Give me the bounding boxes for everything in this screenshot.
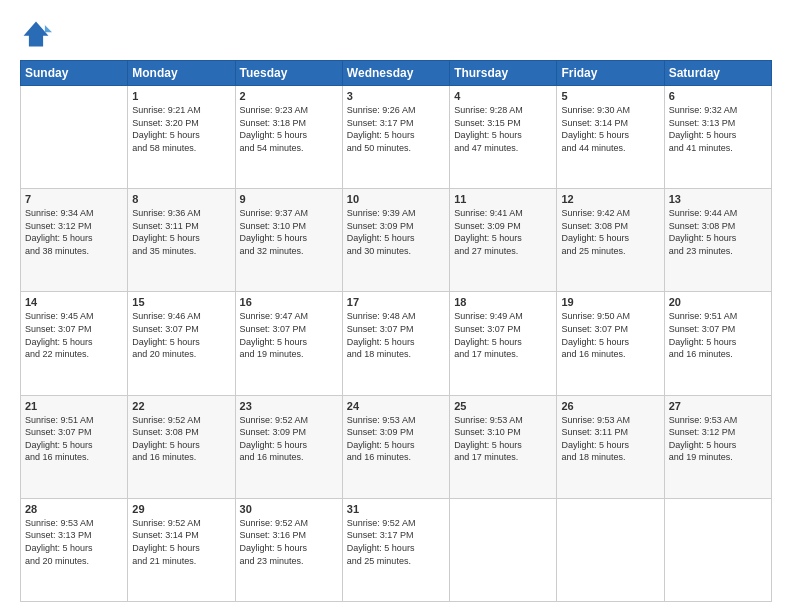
day-info: Sunrise: 9:42 AMSunset: 3:08 PMDaylight:…	[561, 207, 659, 257]
calendar-cell: 7Sunrise: 9:34 AMSunset: 3:12 PMDaylight…	[21, 189, 128, 292]
calendar-cell: 17Sunrise: 9:48 AMSunset: 3:07 PMDayligh…	[342, 292, 449, 395]
day-info: Sunrise: 9:26 AMSunset: 3:17 PMDaylight:…	[347, 104, 445, 154]
day-number: 2	[240, 90, 338, 102]
day-info: Sunrise: 9:53 AMSunset: 3:12 PMDaylight:…	[669, 414, 767, 464]
day-number: 14	[25, 296, 123, 308]
calendar-week-1: 1Sunrise: 9:21 AMSunset: 3:20 PMDaylight…	[21, 86, 772, 189]
day-info: Sunrise: 9:46 AMSunset: 3:07 PMDaylight:…	[132, 310, 230, 360]
day-header-tuesday: Tuesday	[235, 61, 342, 86]
day-info: Sunrise: 9:32 AMSunset: 3:13 PMDaylight:…	[669, 104, 767, 154]
day-info: Sunrise: 9:53 AMSunset: 3:09 PMDaylight:…	[347, 414, 445, 464]
calendar-cell: 14Sunrise: 9:45 AMSunset: 3:07 PMDayligh…	[21, 292, 128, 395]
calendar-cell: 11Sunrise: 9:41 AMSunset: 3:09 PMDayligh…	[450, 189, 557, 292]
day-info: Sunrise: 9:51 AMSunset: 3:07 PMDaylight:…	[25, 414, 123, 464]
day-header-saturday: Saturday	[664, 61, 771, 86]
calendar-cell: 16Sunrise: 9:47 AMSunset: 3:07 PMDayligh…	[235, 292, 342, 395]
day-header-wednesday: Wednesday	[342, 61, 449, 86]
day-number: 3	[347, 90, 445, 102]
day-info: Sunrise: 9:49 AMSunset: 3:07 PMDaylight:…	[454, 310, 552, 360]
calendar-cell: 28Sunrise: 9:53 AMSunset: 3:13 PMDayligh…	[21, 498, 128, 601]
calendar-cell: 26Sunrise: 9:53 AMSunset: 3:11 PMDayligh…	[557, 395, 664, 498]
calendar-cell	[450, 498, 557, 601]
calendar-week-4: 21Sunrise: 9:51 AMSunset: 3:07 PMDayligh…	[21, 395, 772, 498]
calendar-cell: 9Sunrise: 9:37 AMSunset: 3:10 PMDaylight…	[235, 189, 342, 292]
day-info: Sunrise: 9:52 AMSunset: 3:08 PMDaylight:…	[132, 414, 230, 464]
day-number: 17	[347, 296, 445, 308]
day-number: 5	[561, 90, 659, 102]
calendar-cell: 25Sunrise: 9:53 AMSunset: 3:10 PMDayligh…	[450, 395, 557, 498]
calendar-cell	[557, 498, 664, 601]
day-info: Sunrise: 9:28 AMSunset: 3:15 PMDaylight:…	[454, 104, 552, 154]
calendar-cell: 31Sunrise: 9:52 AMSunset: 3:17 PMDayligh…	[342, 498, 449, 601]
day-number: 27	[669, 400, 767, 412]
day-number: 24	[347, 400, 445, 412]
logo-icon	[20, 18, 52, 50]
day-number: 25	[454, 400, 552, 412]
day-number: 10	[347, 193, 445, 205]
calendar-cell: 12Sunrise: 9:42 AMSunset: 3:08 PMDayligh…	[557, 189, 664, 292]
calendar-cell: 4Sunrise: 9:28 AMSunset: 3:15 PMDaylight…	[450, 86, 557, 189]
day-info: Sunrise: 9:52 AMSunset: 3:16 PMDaylight:…	[240, 517, 338, 567]
day-info: Sunrise: 9:41 AMSunset: 3:09 PMDaylight:…	[454, 207, 552, 257]
day-info: Sunrise: 9:53 AMSunset: 3:13 PMDaylight:…	[25, 517, 123, 567]
calendar-cell: 15Sunrise: 9:46 AMSunset: 3:07 PMDayligh…	[128, 292, 235, 395]
calendar-cell: 18Sunrise: 9:49 AMSunset: 3:07 PMDayligh…	[450, 292, 557, 395]
calendar-cell: 22Sunrise: 9:52 AMSunset: 3:08 PMDayligh…	[128, 395, 235, 498]
day-info: Sunrise: 9:48 AMSunset: 3:07 PMDaylight:…	[347, 310, 445, 360]
calendar-cell: 8Sunrise: 9:36 AMSunset: 3:11 PMDaylight…	[128, 189, 235, 292]
page: SundayMondayTuesdayWednesdayThursdayFrid…	[0, 0, 792, 612]
day-number: 26	[561, 400, 659, 412]
calendar-cell: 10Sunrise: 9:39 AMSunset: 3:09 PMDayligh…	[342, 189, 449, 292]
day-number: 12	[561, 193, 659, 205]
day-number: 18	[454, 296, 552, 308]
calendar-week-3: 14Sunrise: 9:45 AMSunset: 3:07 PMDayligh…	[21, 292, 772, 395]
calendar-cell: 13Sunrise: 9:44 AMSunset: 3:08 PMDayligh…	[664, 189, 771, 292]
svg-marker-0	[24, 22, 49, 47]
calendar-cell: 3Sunrise: 9:26 AMSunset: 3:17 PMDaylight…	[342, 86, 449, 189]
day-number: 31	[347, 503, 445, 515]
calendar-cell: 20Sunrise: 9:51 AMSunset: 3:07 PMDayligh…	[664, 292, 771, 395]
calendar-week-5: 28Sunrise: 9:53 AMSunset: 3:13 PMDayligh…	[21, 498, 772, 601]
day-info: Sunrise: 9:30 AMSunset: 3:14 PMDaylight:…	[561, 104, 659, 154]
calendar-cell: 21Sunrise: 9:51 AMSunset: 3:07 PMDayligh…	[21, 395, 128, 498]
day-number: 1	[132, 90, 230, 102]
day-info: Sunrise: 9:51 AMSunset: 3:07 PMDaylight:…	[669, 310, 767, 360]
calendar-week-2: 7Sunrise: 9:34 AMSunset: 3:12 PMDaylight…	[21, 189, 772, 292]
day-header-thursday: Thursday	[450, 61, 557, 86]
calendar-cell: 5Sunrise: 9:30 AMSunset: 3:14 PMDaylight…	[557, 86, 664, 189]
day-info: Sunrise: 9:47 AMSunset: 3:07 PMDaylight:…	[240, 310, 338, 360]
day-number: 30	[240, 503, 338, 515]
calendar-cell: 27Sunrise: 9:53 AMSunset: 3:12 PMDayligh…	[664, 395, 771, 498]
calendar-cell	[21, 86, 128, 189]
day-info: Sunrise: 9:53 AMSunset: 3:11 PMDaylight:…	[561, 414, 659, 464]
day-info: Sunrise: 9:21 AMSunset: 3:20 PMDaylight:…	[132, 104, 230, 154]
day-info: Sunrise: 9:50 AMSunset: 3:07 PMDaylight:…	[561, 310, 659, 360]
day-info: Sunrise: 9:39 AMSunset: 3:09 PMDaylight:…	[347, 207, 445, 257]
calendar-table: SundayMondayTuesdayWednesdayThursdayFrid…	[20, 60, 772, 602]
day-info: Sunrise: 9:44 AMSunset: 3:08 PMDaylight:…	[669, 207, 767, 257]
day-number: 28	[25, 503, 123, 515]
logo	[20, 18, 58, 50]
day-number: 29	[132, 503, 230, 515]
day-number: 8	[132, 193, 230, 205]
calendar-cell: 19Sunrise: 9:50 AMSunset: 3:07 PMDayligh…	[557, 292, 664, 395]
day-info: Sunrise: 9:36 AMSunset: 3:11 PMDaylight:…	[132, 207, 230, 257]
day-info: Sunrise: 9:45 AMSunset: 3:07 PMDaylight:…	[25, 310, 123, 360]
calendar-cell: 2Sunrise: 9:23 AMSunset: 3:18 PMDaylight…	[235, 86, 342, 189]
day-number: 15	[132, 296, 230, 308]
day-info: Sunrise: 9:53 AMSunset: 3:10 PMDaylight:…	[454, 414, 552, 464]
day-info: Sunrise: 9:52 AMSunset: 3:09 PMDaylight:…	[240, 414, 338, 464]
calendar-header-row: SundayMondayTuesdayWednesdayThursdayFrid…	[21, 61, 772, 86]
day-number: 13	[669, 193, 767, 205]
day-header-friday: Friday	[557, 61, 664, 86]
day-header-sunday: Sunday	[21, 61, 128, 86]
calendar-cell: 30Sunrise: 9:52 AMSunset: 3:16 PMDayligh…	[235, 498, 342, 601]
calendar-cell	[664, 498, 771, 601]
day-number: 7	[25, 193, 123, 205]
day-number: 11	[454, 193, 552, 205]
day-number: 23	[240, 400, 338, 412]
day-number: 4	[454, 90, 552, 102]
day-number: 22	[132, 400, 230, 412]
day-info: Sunrise: 9:34 AMSunset: 3:12 PMDaylight:…	[25, 207, 123, 257]
calendar-cell: 24Sunrise: 9:53 AMSunset: 3:09 PMDayligh…	[342, 395, 449, 498]
